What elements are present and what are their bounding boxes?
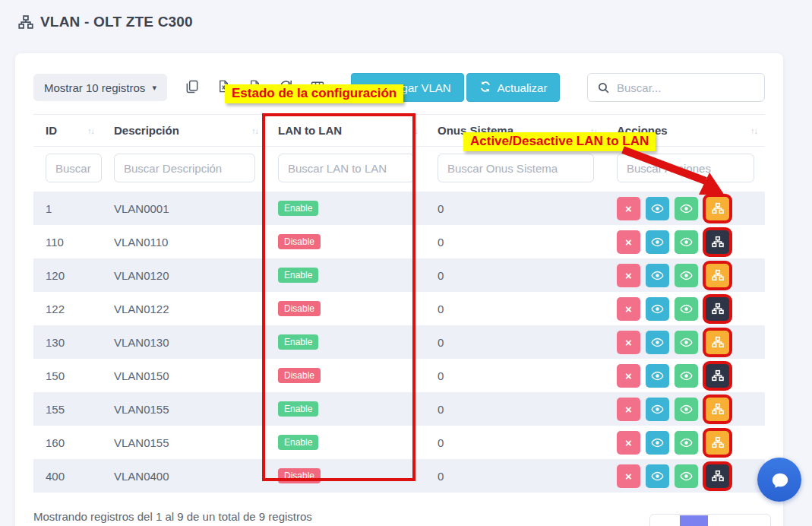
lan-to-lan-toggle-button[interactable] (706, 331, 729, 354)
lan-status-badge: Disable (278, 234, 321, 249)
delete-vlan-button[interactable]: × (617, 364, 640, 388)
actions-cell: × (605, 364, 765, 388)
sort-icon: ↑↓ (750, 126, 757, 135)
table-row: 1 VLAN0001 Enable 0 × (33, 192, 765, 225)
sitemap-icon (712, 470, 724, 482)
delete-vlan-button[interactable]: × (617, 264, 640, 287)
view-onus-button[interactable] (675, 197, 698, 220)
column-header-descripcion[interactable]: Descripción ↑↓ (102, 115, 266, 146)
show-entries-label: Mostrar 10 registros (44, 81, 145, 94)
view-onus-button[interactable] (675, 230, 698, 254)
pagination-active-page[interactable] (680, 515, 708, 526)
eye-icon (680, 470, 693, 483)
view-onus-button[interactable] (675, 398, 698, 421)
page-title: VLAN - OLT ZTE C300 (40, 14, 193, 30)
eye-icon (651, 436, 664, 449)
actions-cell: × (605, 431, 765, 455)
sitemap-icon (712, 236, 724, 248)
search-box (587, 73, 765, 102)
view-onus-button[interactable] (675, 431, 698, 455)
cell-onus-sistema: 0 (425, 202, 605, 215)
filter-onus-sistema-input[interactable] (438, 154, 594, 182)
view-onus-button[interactable] (675, 464, 698, 488)
view-vlan-button[interactable] (646, 464, 669, 488)
delete-vlan-button[interactable]: × (617, 398, 640, 421)
show-entries-dropdown[interactable]: Mostrar 10 registros ▾ (33, 74, 167, 101)
view-onus-button[interactable] (675, 331, 698, 354)
cell-descripcion: VLAN0001 (102, 202, 266, 215)
copy-button[interactable] (176, 74, 208, 100)
view-vlan-button[interactable] (646, 398, 669, 421)
eye-icon (651, 202, 664, 215)
view-onus-button[interactable] (675, 297, 698, 321)
view-vlan-button[interactable] (646, 197, 669, 220)
table-body: 1 VLAN0001 Enable 0 × 110 VLAN0110 Disab… (33, 192, 765, 493)
search-input[interactable] (617, 81, 755, 94)
lan-status-badge: Enable (278, 435, 318, 450)
eye-icon (651, 470, 664, 483)
sort-icon: ↑↓ (87, 126, 94, 135)
lan-to-lan-toggle-button[interactable] (706, 297, 729, 321)
lan-status-badge: Enable (278, 201, 318, 216)
cell-onus-sistema: 0 (425, 269, 605, 282)
delete-vlan-button[interactable]: × (617, 464, 640, 488)
cell-descripcion: VLAN0120 (102, 269, 266, 282)
cell-descripcion: VLAN0400 (102, 470, 266, 483)
lan-to-lan-toggle-button[interactable] (706, 264, 729, 287)
filter-lan-to-lan-input[interactable] (278, 154, 415, 182)
lan-to-lan-toggle-button[interactable] (706, 230, 729, 254)
eye-icon (680, 336, 693, 349)
filter-acciones-input[interactable] (617, 154, 754, 182)
vlan-table-card: Mostrar 10 registros ▾ ▾ + Agregar VL (15, 53, 783, 526)
actions-cell: × (605, 398, 765, 421)
sitemap-icon (712, 303, 724, 315)
eye-icon (680, 202, 693, 215)
view-vlan-button[interactable] (646, 297, 669, 321)
lan-to-lan-toggle-button[interactable] (706, 398, 729, 421)
table-row: 130 VLAN0130 Enable 0 × (33, 325, 765, 359)
view-vlan-button[interactable] (646, 264, 669, 287)
cell-id: 110 (33, 236, 102, 249)
annotation-config-state-label: Estado de la configuración (225, 84, 403, 103)
sitemap-icon (712, 369, 724, 382)
lan-status-badge: Disable (278, 468, 321, 483)
lan-status-badge: Enable (278, 268, 318, 283)
filter-id-input[interactable] (46, 154, 102, 182)
lan-to-lan-toggle-button[interactable] (706, 431, 729, 455)
cell-id: 122 (33, 303, 102, 315)
delete-vlan-button[interactable]: × (617, 297, 640, 321)
pagination[interactable] (649, 514, 771, 526)
chat-widget-button[interactable] (757, 458, 801, 502)
lan-to-lan-toggle-button[interactable] (706, 464, 729, 488)
lan-status-badge: Enable (278, 334, 318, 350)
page-header: VLAN - OLT ZTE C300 (18, 14, 193, 30)
eye-icon (651, 269, 664, 282)
column-header-lan-to-lan[interactable]: LAN to LAN ↑↓ (266, 115, 425, 146)
view-vlan-button[interactable] (646, 431, 669, 455)
actions-cell: × (605, 297, 765, 321)
cell-onus-sistema: 0 (425, 336, 605, 349)
lan-to-lan-toggle-button[interactable] (706, 364, 729, 388)
filter-descripcion-input[interactable] (114, 154, 255, 182)
delete-vlan-button[interactable]: × (617, 331, 640, 354)
cell-onus-sistema: 0 (425, 369, 605, 382)
delete-vlan-button[interactable]: × (617, 197, 640, 220)
lan-to-lan-toggle-button[interactable] (706, 197, 729, 220)
chevron-down-icon: ▾ (152, 83, 156, 93)
eye-icon (680, 369, 693, 382)
delete-vlan-button[interactable]: × (617, 230, 640, 254)
view-onus-button[interactable] (675, 264, 698, 287)
view-onus-button[interactable] (675, 364, 698, 388)
column-header-id[interactable]: ID ↑↓ (33, 115, 102, 146)
refresh-button[interactable]: Actualizar (466, 73, 561, 102)
actions-cell: × (605, 197, 765, 220)
table-row: 155 VLAN0155 Enable 0 × (33, 392, 765, 426)
filter-row (33, 147, 765, 192)
cell-onus-sistema: 0 (425, 303, 605, 315)
view-vlan-button[interactable] (646, 230, 669, 254)
view-vlan-button[interactable] (646, 364, 669, 388)
sort-icon: ↑↓ (411, 126, 418, 135)
table-row: 160 VLAN0155 Enable 0 × (33, 426, 765, 459)
view-vlan-button[interactable] (646, 331, 669, 354)
delete-vlan-button[interactable]: × (617, 431, 640, 455)
